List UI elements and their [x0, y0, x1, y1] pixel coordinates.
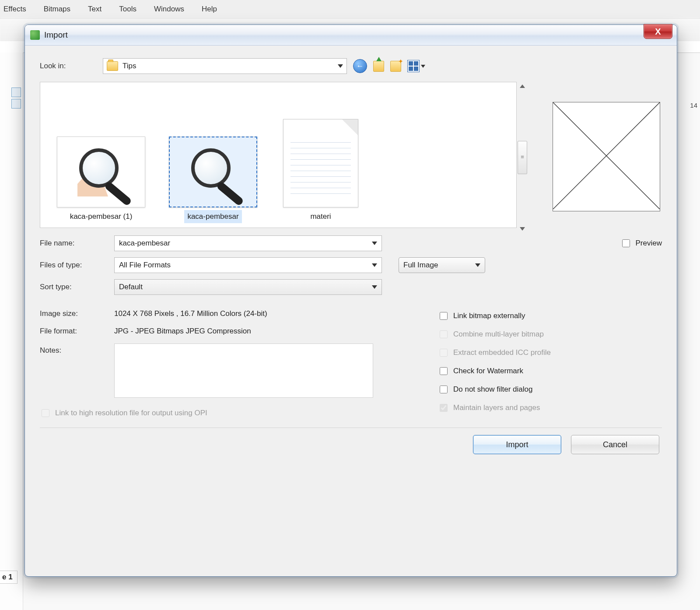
- nofilter-checkbox[interactable]: [440, 386, 448, 393]
- file-item-kaca2[interactable]: kaca-pembesar: [163, 137, 263, 223]
- file-thumbnail: [169, 137, 257, 207]
- file-name: kaca-pembesar (1): [67, 210, 136, 223]
- icc-checkbox: [440, 349, 448, 357]
- preview-checkbox[interactable]: [622, 239, 630, 247]
- menu-windows[interactable]: Windows: [154, 5, 184, 14]
- scroll-down-icon[interactable]: [520, 227, 525, 231]
- combine-checkbox: [440, 330, 448, 338]
- nofilter-label: Do not show filter dialog: [453, 385, 532, 394]
- sort-value: Default: [119, 283, 368, 291]
- file-name: materi: [307, 210, 334, 223]
- filetype-label: Files of type:: [40, 261, 106, 270]
- page-tab[interactable]: e 1: [0, 571, 18, 584]
- link-externally-checkbox[interactable]: [440, 312, 448, 320]
- sort-combo[interactable]: Default: [114, 279, 382, 295]
- filetype-combo[interactable]: All File Formats: [114, 257, 382, 273]
- file-thumbnail: [283, 119, 358, 207]
- scrollbar[interactable]: [517, 82, 528, 233]
- dialog-title: Import: [44, 30, 68, 40]
- file-item-kaca1[interactable]: kaca-pembesar (1): [51, 137, 151, 223]
- scroll-thumb[interactable]: [518, 141, 527, 174]
- fileformat-value: JPG - JPEG Bitmaps JPEG Compression: [114, 327, 251, 336]
- docker-swatch[interactable]: [11, 88, 21, 97]
- left-docker: [0, 53, 23, 610]
- filetype-value: All File Formats: [119, 261, 368, 270]
- dialog-titlebar[interactable]: Import X: [25, 25, 677, 46]
- lookin-label: Look in:: [40, 62, 97, 70]
- menu-help[interactable]: Help: [202, 5, 217, 14]
- chevron-down-icon: [338, 64, 343, 68]
- opi-label: Link to high resolution file for output …: [55, 409, 207, 417]
- sort-label: Sort type:: [40, 283, 106, 291]
- link-externally-label: Link bitmap externally: [453, 312, 525, 320]
- file-name: kaca-pembesar: [184, 210, 242, 223]
- maintain-label: Maintain layers and pages: [453, 403, 540, 412]
- preview-pane: [553, 102, 660, 211]
- combine-label: Combine multi-layer bitmap: [453, 330, 544, 339]
- file-item-materi[interactable]: materi: [275, 119, 367, 223]
- scroll-up-icon[interactable]: [520, 84, 525, 88]
- import-dialog: Import X Look in: Tips ←: [24, 25, 677, 577]
- chevron-down-icon: [372, 242, 377, 245]
- cancel-button[interactable]: Cancel: [571, 435, 659, 454]
- file-listing[interactable]: kaca-pembesar (1) kaca-pembesar materi: [40, 82, 517, 228]
- watermark-label: Check for Watermark: [453, 367, 523, 375]
- preview-label: Preview: [636, 239, 662, 248]
- nav-back-button[interactable]: ←: [353, 59, 367, 73]
- maintain-checkbox: [440, 404, 448, 412]
- filename-value: kaca-pembesar: [119, 239, 368, 248]
- menu-bitmaps[interactable]: Bitmaps: [44, 5, 70, 14]
- image-crop-value: Full Image: [403, 261, 472, 270]
- lookin-combo[interactable]: Tips: [103, 58, 347, 74]
- folder-icon: [107, 61, 118, 71]
- grid-icon: [407, 60, 420, 72]
- imagesize-label: Image size:: [40, 309, 106, 318]
- arrow-left-icon: ←: [357, 62, 364, 70]
- image-crop-combo[interactable]: Full Image: [399, 257, 485, 273]
- opi-checkbox: [42, 409, 49, 417]
- app-menubar: Effects Bitmaps Text Tools Windows Help: [0, 0, 700, 19]
- close-icon: X: [655, 27, 661, 37]
- close-button[interactable]: X: [644, 24, 672, 39]
- imagesize-value: 1024 X 768 Pixels , 16.7 Million Colors …: [114, 309, 267, 318]
- menu-text[interactable]: Text: [88, 5, 102, 14]
- fileformat-label: File format:: [40, 327, 106, 336]
- notes-label: Notes:: [40, 344, 106, 355]
- view-menu-button[interactable]: [407, 60, 425, 72]
- lookin-value: Tips: [122, 62, 136, 70]
- menu-tools[interactable]: Tools: [119, 5, 136, 14]
- filename-label: File name:: [40, 239, 106, 248]
- nav-up-button[interactable]: [373, 61, 384, 72]
- file-thumbnail: [57, 137, 145, 207]
- icc-label: Extract embedded ICC profile: [453, 348, 551, 357]
- notes-textarea[interactable]: [114, 344, 373, 398]
- docker-swatch[interactable]: [11, 99, 21, 109]
- watermark-checkbox[interactable]: [440, 367, 448, 375]
- menu-effects[interactable]: Effects: [4, 5, 26, 14]
- import-button[interactable]: Import: [473, 435, 561, 454]
- chevron-down-icon: [475, 263, 480, 267]
- ruler-tick: 14: [690, 102, 697, 109]
- chevron-down-icon: [372, 285, 377, 289]
- app-icon: [30, 30, 40, 40]
- separator: [40, 428, 662, 428]
- new-folder-button[interactable]: [390, 61, 401, 72]
- chevron-down-icon: [421, 65, 425, 68]
- chevron-down-icon: [372, 263, 377, 267]
- filename-input[interactable]: kaca-pembesar: [114, 235, 382, 251]
